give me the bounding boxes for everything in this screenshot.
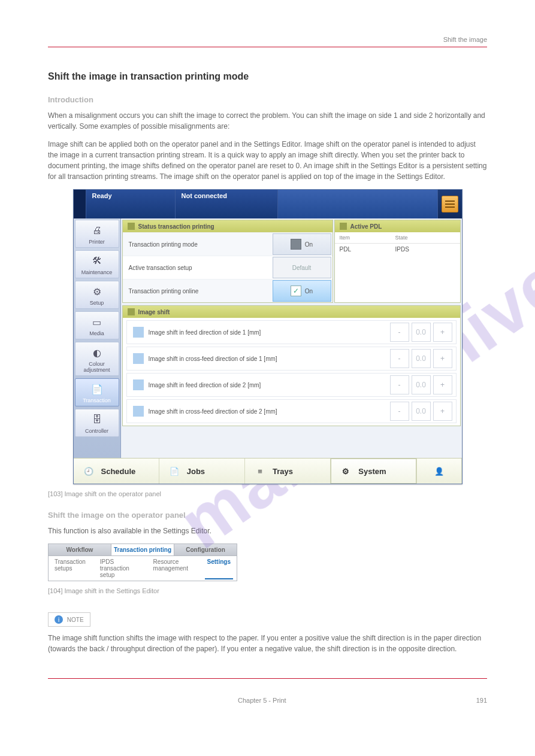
stepper: -0.0+ (390, 402, 452, 421)
pdl-row: PDL IPDS (335, 244, 460, 255)
stepper-minus[interactable]: - (390, 349, 409, 368)
below-title: Shift the image on the operator panel (48, 511, 487, 520)
status-panel-title: Status transaction printing (138, 223, 214, 230)
stepper: -0.0+ (390, 349, 452, 368)
status-connection: Not connected (176, 190, 278, 218)
image-shift-row: Image shift in feed direction of side 2 … (126, 373, 457, 397)
sidebar-item-transaction[interactable]: 📄Transaction (75, 378, 119, 406)
intro-subtitle: Introduction (48, 95, 487, 104)
sidebar-item-maintenance[interactable]: 🛠Maintenance (75, 250, 119, 278)
tab-schedule[interactable]: 🕘Schedule (74, 459, 159, 484)
image-shift-row: Image shift in cross-feed direction of s… (126, 347, 457, 371)
sidebar-item-colour-adjustment[interactable]: ◐Colour adjustment (75, 342, 119, 376)
tab-label: Jobs (187, 467, 205, 476)
setting-value[interactable]: Default (273, 257, 331, 278)
toggle-button[interactable]: ✓On (273, 280, 331, 302)
shift-label: Image shift in cross-feed direction of s… (149, 408, 390, 415)
stepper-plus[interactable]: + (433, 402, 452, 421)
setting-label: Transaction printing online (129, 288, 271, 294)
pdl-state: IPDS (391, 244, 460, 255)
s2-subtab-resource-management[interactable]: Resource management (151, 557, 200, 579)
user-icon: 👤 (433, 464, 446, 478)
page-icon (133, 406, 144, 417)
toggle-button[interactable]: On (273, 233, 331, 255)
stepper-minus[interactable]: - (390, 323, 409, 342)
checkbox-icon: ✓ (291, 286, 301, 296)
sidebar-item-printer[interactable]: 🖨Printer (75, 220, 119, 248)
system-icon: ⚙ (339, 464, 352, 478)
s2-tab-transaction-printing[interactable]: Transaction printing (111, 544, 174, 555)
wrench-icon (128, 223, 135, 230)
image-shift-title: Image shift (138, 309, 170, 315)
sidebar-item-label: Media (75, 330, 119, 336)
sidebar-item-label: Setup (75, 300, 119, 306)
sidebar-item-controller[interactable]: 🗄Controller (75, 409, 119, 437)
tab-label: System (358, 467, 386, 476)
tab-label: Schedule (101, 467, 136, 476)
tab-label: Trays (273, 467, 293, 476)
page-header: Shift the image (48, 36, 487, 43)
status-panel-header: Status transaction printing (123, 220, 333, 232)
user-button[interactable]: 👤 (417, 459, 462, 484)
caption-1: [103] Image shift on the operator panel (48, 490, 487, 497)
sidebar-icon: ⚙ (89, 285, 105, 298)
section-title: Shift the image in transaction printing … (48, 71, 487, 82)
stepper-value: 0.0 (412, 375, 431, 394)
stepper-value: 0.0 (412, 402, 431, 421)
page-icon (133, 379, 144, 390)
wrench-icon (340, 223, 347, 230)
operator-panel-screenshot: Ready Not connected 🖨Printer🛠Maintenance… (73, 189, 463, 484)
sidebar-item-setup[interactable]: ⚙Setup (75, 281, 119, 309)
s2-tabs: WorkflowTransaction printingConfiguratio… (48, 544, 237, 556)
status-ready: Ready (86, 190, 176, 218)
stepper: -0.0+ (390, 375, 452, 394)
pdl-panel-title: Active PDL (350, 223, 382, 230)
sidebar-item-media[interactable]: ▭Media (75, 311, 119, 339)
image-shift-panel: Image shift Image shift in feed directio… (122, 305, 461, 426)
stepper-plus[interactable]: + (433, 349, 452, 368)
setting-label: Transaction printing mode (129, 241, 271, 248)
sidebar-icon: ▭ (89, 315, 105, 329)
sidebar-icon: 🗄 (89, 413, 105, 426)
pdl-col-item: Item (335, 232, 391, 243)
tab-system[interactable]: ⚙System (331, 459, 416, 484)
menu-cell (438, 190, 462, 218)
stepper-minus[interactable]: - (390, 375, 409, 394)
stepper-plus[interactable]: + (433, 323, 452, 342)
note-title: NOTE (67, 617, 84, 623)
pdl-col-state: State (391, 232, 460, 243)
page-icon (133, 327, 144, 338)
setting-row: Active transaction setupDefault (123, 256, 333, 279)
page-icon (133, 353, 144, 364)
image-shift-header: Image shift (123, 306, 460, 318)
sidebar-icon: ◐ (89, 346, 105, 359)
shift-label: Image shift in feed direction of side 1 … (149, 329, 390, 336)
stepper-minus[interactable]: - (390, 402, 409, 421)
setting-row: Transaction printing online✓On (123, 279, 333, 302)
logo-strip (74, 190, 86, 218)
footer-rule (48, 678, 487, 679)
settings-editor-screenshot: WorkflowTransaction printingConfiguratio… (48, 544, 237, 581)
sidebar-icon: 🛠 (89, 254, 105, 268)
tab-trays[interactable]: ≡Trays (245, 459, 331, 484)
wrench-icon (128, 308, 135, 315)
s2-tab-workflow[interactable]: Workflow (49, 544, 111, 555)
s2-subtabs: Transaction setupsIPDS transaction setup… (48, 556, 237, 581)
sidebar-item-label: Colour adjustment (75, 361, 119, 373)
header-right: Shift the image (443, 36, 487, 43)
checkbox-icon (291, 239, 301, 250)
stepper-plus[interactable]: + (433, 375, 452, 394)
pdl-panel-header: Active PDL (335, 220, 460, 232)
pdl-item: PDL (335, 244, 391, 255)
header-rule (48, 47, 487, 47)
tab-jobs[interactable]: 📄Jobs (159, 459, 245, 484)
s2-subtab-ipds-transaction-setup[interactable]: IPDS transaction setup (98, 557, 146, 579)
sidebar-item-label: Maintenance (75, 269, 119, 275)
s2-subtab-settings[interactable]: Settings (205, 557, 233, 579)
s2-subtab-transaction-setups[interactable]: Transaction setups (52, 557, 93, 579)
stepper-value: 0.0 (412, 323, 431, 342)
s2-tab-configuration[interactable]: Configuration (174, 544, 237, 555)
jobs-icon: 📄 (168, 464, 181, 478)
menu-button[interactable] (442, 196, 458, 212)
sidebar-item-label: Printer (75, 239, 119, 245)
